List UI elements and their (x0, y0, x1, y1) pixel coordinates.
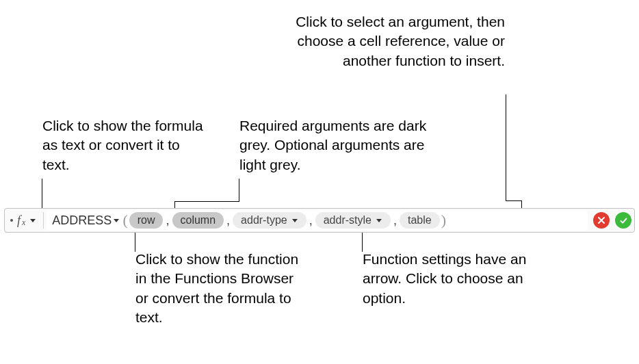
argument-label: column (181, 214, 216, 226)
argument-addr-style[interactable]: addr-style (315, 212, 391, 229)
callout-function-settings: Function settings have an arrow. Click t… (363, 250, 540, 308)
accept-button[interactable] (615, 212, 631, 229)
lead-line (174, 201, 239, 202)
svg-marker-0 (30, 219, 36, 222)
close-paren: ) (441, 211, 446, 229)
cancel-button[interactable] (593, 212, 610, 229)
fx-dot-icon (10, 219, 13, 222)
argument-row[interactable]: row (129, 212, 164, 229)
svg-marker-3 (376, 219, 382, 222)
callout-required-optional: Required arguments are dark grey. Option… (239, 116, 438, 174)
argument-column[interactable]: column (172, 212, 224, 229)
chevron-down-icon (29, 217, 36, 224)
arg-separator: , (393, 213, 397, 228)
fx-label-f: f (17, 213, 21, 228)
lead-line (506, 200, 522, 201)
formula-bar: fx ADDRESS ( row , column , addr-type , … (4, 208, 635, 233)
svg-marker-1 (114, 219, 119, 222)
argument-addr-type[interactable]: addr-type (233, 212, 307, 229)
callout-functions-browser: Click to show the function in the Functi… (135, 250, 300, 327)
arg-separator: , (226, 213, 230, 228)
arg-separator: , (309, 213, 313, 228)
arg-separator: , (166, 213, 169, 228)
argument-label: addr-type (241, 214, 287, 226)
formula-input[interactable]: ADDRESS ( row , column , addr-type , add… (47, 210, 588, 231)
function-name-label: ADDRESS (52, 213, 112, 228)
callout-show-formula-text: Click to show the formula as text or con… (42, 116, 207, 174)
argument-label: table (408, 214, 432, 226)
chevron-down-icon (113, 217, 120, 224)
lead-line (506, 94, 506, 200)
function-name-token[interactable]: ADDRESS (52, 213, 122, 228)
chevron-down-icon (291, 217, 298, 224)
formula-action-buttons (588, 212, 631, 229)
lead-line (135, 231, 135, 252)
lead-line (239, 179, 239, 201)
svg-marker-2 (292, 219, 298, 222)
fx-menu-button[interactable]: fx (8, 213, 42, 228)
callout-select-argument: Click to select an argument, then choose… (293, 12, 505, 70)
check-icon (619, 216, 628, 225)
close-icon (597, 216, 605, 224)
chevron-down-icon (376, 217, 382, 224)
lead-line (362, 231, 363, 252)
lead-line (42, 179, 42, 210)
argument-table[interactable]: table (400, 212, 440, 229)
divider (43, 212, 44, 229)
argument-label: addr-style (324, 214, 371, 226)
fx-label-x: x (22, 218, 25, 228)
argument-label: row (138, 214, 155, 226)
open-paren: ( (122, 211, 127, 229)
